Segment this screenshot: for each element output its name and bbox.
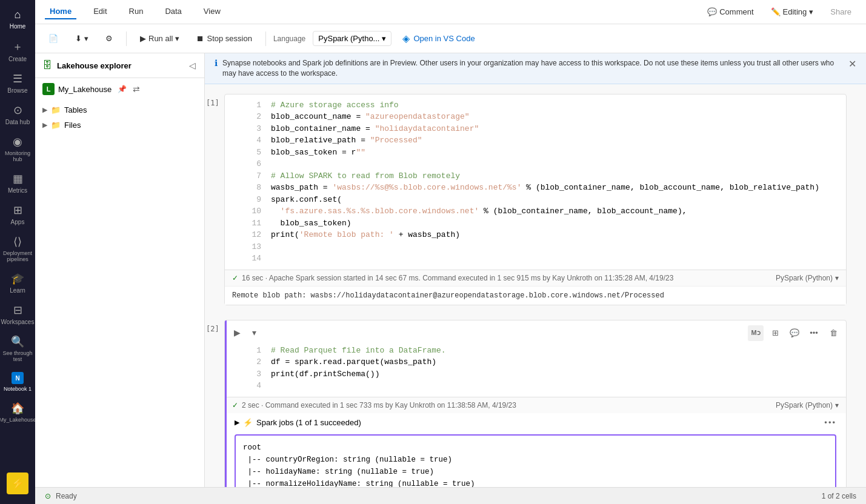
sidebar-label-create: Create xyxy=(8,56,27,62)
open-vscode-button[interactable]: ◈ Open in VS Code xyxy=(396,30,481,47)
cell2-exec-info: ✓ 2 sec · Command executed in 1 sec 733 … xyxy=(225,397,846,413)
spark-jobs-label: Spark jobs (1 of 1 succeeded) xyxy=(256,418,361,427)
chevron-down-icon-2: ▾ xyxy=(175,34,179,43)
run-notebook-button[interactable]: 📄 xyxy=(42,31,64,46)
info-close-button[interactable]: ✕ xyxy=(848,58,856,70)
settings-button[interactable]: ⚙ xyxy=(99,31,119,46)
notebook-area: ℹ Synapse notebooks and Spark job defini… xyxy=(205,53,866,487)
sidebar-item-notebook[interactable]: N Notebook 1 xyxy=(0,368,35,396)
cell2-number: [2] xyxy=(206,325,219,333)
tab-home[interactable]: Home xyxy=(45,4,76,19)
line-9: 9 spark.conf.set( xyxy=(249,194,841,206)
tab-data[interactable]: Data xyxy=(160,4,186,19)
lh-green-badge: L xyxy=(42,83,55,95)
sidebar-item-datahub[interactable]: ⊙ Data hub xyxy=(0,100,35,129)
sidebar-item-create[interactable]: ＋ Create xyxy=(0,36,35,66)
sidebar-item-apps[interactable]: ⊞ Apps xyxy=(0,200,35,229)
cell2-markdown-btn[interactable]: Mↄ xyxy=(748,325,764,341)
cell1-code[interactable]: 1 # Azure storage access info 2 blob_acc… xyxy=(225,94,846,270)
sidebar-item-workspaces[interactable]: ⊟ Workspaces xyxy=(0,300,35,329)
info-icon: ℹ xyxy=(215,58,218,68)
cell-2-block: [2] ▶ ▾ Mↄ ⊞ 💬 ••• xyxy=(224,320,847,487)
cell2-more-btn[interactable]: ••• xyxy=(806,325,822,341)
comment-button[interactable]: 💬 Comment xyxy=(702,5,758,19)
cell2-comment-btn[interactable]: 💬 xyxy=(787,325,802,341)
sidebar-item-monitoring[interactable]: ◉ Monitoring hub xyxy=(0,131,35,166)
line-4: 4 blob_relative_path = "Processed" xyxy=(249,134,841,147)
cell2-lang: PySpark (Python) xyxy=(776,401,833,409)
sidebar-item-mylakehouse[interactable]: 🏠 My_Lakehouse xyxy=(0,398,35,426)
sidebar-item-deployment[interactable]: ⟨⟩ Deployment pipelines xyxy=(0,231,35,266)
tables-item[interactable]: ▶ 📁 Tables xyxy=(35,102,204,118)
info-bar: ℹ Synapse notebooks and Spark job defini… xyxy=(205,53,866,84)
editing-button[interactable]: ✏️ Editing ▾ xyxy=(766,5,819,19)
schema-line-2: |-- holidayName: string (nullable = true… xyxy=(243,466,828,478)
spark-jobs-row: ▶ ⚡ Spark jobs (1 of 1 succeeded) ••• xyxy=(230,416,841,429)
run-notebook-icon: 📄 xyxy=(48,34,58,43)
cells-wrapper: [1] 1 # Azure storage access info 2 blob… xyxy=(205,84,866,487)
sidebar-item-browse[interactable]: ☰ Browse xyxy=(0,68,35,98)
cell2-toolbar-right: Mↄ ⊞ 💬 ••• 🗑 xyxy=(748,325,841,341)
sidebar-bottom: ⚡ xyxy=(7,472,28,499)
sidebar-item-learn[interactable]: 🎓 Learn xyxy=(0,268,35,297)
sidebar-item-metrics[interactable]: ▦ Metrics xyxy=(0,168,35,197)
share-button[interactable]: Share xyxy=(825,5,856,19)
line-12: 12 print('Remote blob path: ' + wasbs_pa… xyxy=(249,229,841,241)
datahub-icon: ⊙ xyxy=(13,104,22,117)
line-11: 11 blob_sas_token) xyxy=(249,217,841,230)
line-13: 13 xyxy=(249,241,841,253)
cell2-run-button[interactable]: ▶ xyxy=(230,325,244,340)
line-7: 7 # Allow SPARK to read from Blob remote… xyxy=(249,170,841,182)
cell1-exec-text: 16 sec · Apache Spark session started in… xyxy=(242,274,673,282)
sidebar-item-seethrough[interactable]: 🔍 See through test xyxy=(0,331,35,366)
lang-value: PySpark (Pytho... xyxy=(318,34,379,43)
lakehouse-title: Lakehouse explorer xyxy=(57,61,183,70)
cell2-expand-button[interactable]: ▾ xyxy=(247,325,261,340)
run-all-button[interactable]: ▶ Run all ▾ xyxy=(134,31,185,46)
status-bar: ⊙ Ready 1 of 2 cells xyxy=(35,487,866,504)
files-item[interactable]: ▶ 📁 Files xyxy=(35,118,204,133)
cells-info: 1 of 2 cells xyxy=(822,492,856,500)
vscode-label: Open in VS Code xyxy=(413,34,475,43)
tab-view[interactable]: View xyxy=(199,4,225,19)
files-label: Files xyxy=(64,121,81,130)
chevron-right-icon: ▶ xyxy=(42,106,47,114)
download-button[interactable]: ⬇ ▾ xyxy=(69,31,95,46)
cell2-split-btn[interactable]: ⊞ xyxy=(767,325,783,341)
tab-run[interactable]: Run xyxy=(124,4,148,19)
stop-session-button[interactable]: ⏹ Stop session xyxy=(190,31,258,46)
cell2-delete-btn[interactable]: 🗑 xyxy=(825,325,841,341)
top-nav-right: 💬 Comment ✏️ Editing ▾ Share xyxy=(702,5,856,19)
swap-icon[interactable]: ⇄ xyxy=(133,84,140,94)
toolbar: 📄 ⬇ ▾ ⚙ ▶ Run all ▾ ⏹ Stop session Langu… xyxy=(35,24,866,53)
editing-label: Editing xyxy=(783,7,807,16)
chevron-right-spark[interactable]: ▶ xyxy=(235,419,239,426)
collapse-panel-button[interactable]: ◁ xyxy=(188,59,197,71)
c2-line-3: 3 print(df.printSchema()) xyxy=(249,368,841,380)
cell2-code[interactable]: 1 # Read Parquet file into a DataFrame. … xyxy=(225,340,846,397)
cell1-lang: PySpark (Python) xyxy=(776,274,833,282)
workspaces-icon: ⊟ xyxy=(13,303,22,317)
sidebar-label-monitoring: Monitoring hub xyxy=(2,150,33,162)
schema-output-box: root |-- countryOrRegion: string (nullab… xyxy=(235,434,836,487)
cell1-lang-selector[interactable]: PySpark (Python) ▾ xyxy=(776,274,839,282)
line-3: 3 blob_container_name = "holidaydatacont… xyxy=(249,123,841,135)
lakehouse-db-icon: 🗄 xyxy=(42,60,52,71)
sidebar-item-home[interactable]: ⌂ Home xyxy=(0,5,35,33)
output-more-button[interactable]: ••• xyxy=(824,418,836,427)
line-14: 14 xyxy=(249,253,841,265)
lakehouse-icons: ◁ xyxy=(188,59,197,71)
c2-line-4: 4 xyxy=(249,380,841,392)
cell-1-block: [1] 1 # Azure storage access info 2 blob… xyxy=(224,94,847,305)
comment-icon: 💬 xyxy=(707,7,717,16)
cell2-lang-selector[interactable]: PySpark (Python) ▾ xyxy=(776,401,839,409)
sidebar-label-notebook: Notebook 1 xyxy=(4,386,32,392)
monitoring-icon: ◉ xyxy=(13,135,22,148)
tab-edit[interactable]: Edit xyxy=(88,4,112,19)
spark-jobs-icon: ⚡ xyxy=(243,418,253,427)
browse-icon: ☰ xyxy=(13,72,22,85)
language-selector[interactable]: PySpark (Pytho... ▾ xyxy=(313,31,391,46)
chevron-down-icon-cell1: ▾ xyxy=(835,274,839,282)
status-icon: ⊙ xyxy=(45,492,51,500)
line-10: 10 'fs.azure.sas.%s.%s.blob.core.windows… xyxy=(249,205,841,217)
